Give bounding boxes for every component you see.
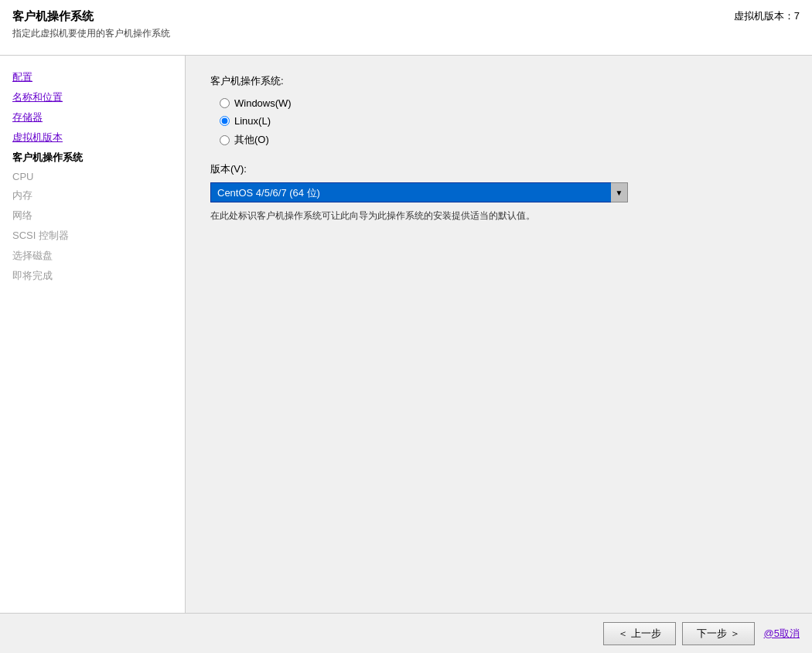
radio-other-label: 其他(O) — [234, 133, 269, 147]
sidebar-item-vm-version[interactable]: 虚拟机版本 — [12, 128, 185, 147]
content-panel: 客户机操作系统: Windows(W) Linux(L) 其他(O) 版本(V)… — [186, 56, 812, 613]
sidebar-item-disk: 选择磁盘 — [12, 247, 185, 265]
sidebar-item-name-location[interactable]: 名称和位置 — [12, 88, 185, 107]
sidebar: 配置 名称和位置 存储器 虚拟机版本 客户机操作系统 CPU 内存 网络 SCS… — [0, 56, 186, 613]
radio-linux-label: Linux(L) — [234, 115, 271, 127]
cancel-link[interactable]: @5取消 — [764, 627, 800, 641]
radio-windows-input[interactable] — [220, 98, 230, 108]
sidebar-item-scsi: SCSI 控制器 — [12, 226, 185, 245]
os-section-label: 客户机操作系统: — [210, 74, 787, 88]
main-area: 配置 名称和位置 存储器 虚拟机版本 客户机操作系统 CPU 内存 网络 SCS… — [0, 56, 812, 613]
sidebar-item-memory: 内存 — [12, 186, 185, 205]
sidebar-item-cpu: CPU — [12, 168, 185, 185]
dropdown-arrow-icon[interactable]: ▼ — [611, 182, 628, 202]
sidebar-item-network: 网络 — [12, 206, 185, 225]
sidebar-item-guest-os: 客户机操作系统 — [12, 148, 185, 167]
radio-windows-label: Windows(W) — [234, 97, 292, 109]
page-subtitle: 指定此虚拟机要使用的客户机操作系统 — [12, 27, 170, 40]
os-radio-group: Windows(W) Linux(L) 其他(O) — [220, 97, 787, 147]
next-button[interactable]: 下一步 ＞ — [682, 622, 755, 645]
version-section-label: 版本(V): — [210, 162, 787, 176]
radio-other[interactable]: 其他(O) — [220, 133, 787, 147]
back-button[interactable]: ＜ 上一步 — [603, 622, 676, 645]
radio-linux[interactable]: Linux(L) — [220, 115, 787, 127]
sidebar-item-finish: 即将完成 — [12, 267, 185, 285]
sidebar-item-config[interactable]: 配置 — [12, 68, 185, 87]
sidebar-item-storage[interactable]: 存储器 — [12, 108, 185, 127]
version-select-value[interactable]: CentOS 4/5/6/7 (64 位) — [210, 182, 611, 202]
radio-windows[interactable]: Windows(W) — [220, 97, 787, 109]
page-title: 客户机操作系统 — [12, 9, 170, 24]
vm-version-label: 虚拟机版本：7 — [734, 9, 800, 23]
header-left: 客户机操作系统 指定此虚拟机要使用的客户机操作系统 — [12, 9, 170, 40]
hint-text: 在此处标识客户机操作系统可让此向导为此操作系统的安装提供适当的默认值。 — [210, 209, 787, 223]
footer: ＜ 上一步 下一步 ＞ @5取消 — [0, 613, 812, 653]
radio-linux-input[interactable] — [220, 116, 230, 126]
radio-other-input[interactable] — [220, 135, 230, 145]
version-select-box[interactable]: CentOS 4/5/6/7 (64 位) ▼ — [210, 182, 628, 202]
header: 客户机操作系统 指定此虚拟机要使用的客户机操作系统 虚拟机版本：7 — [0, 0, 812, 56]
